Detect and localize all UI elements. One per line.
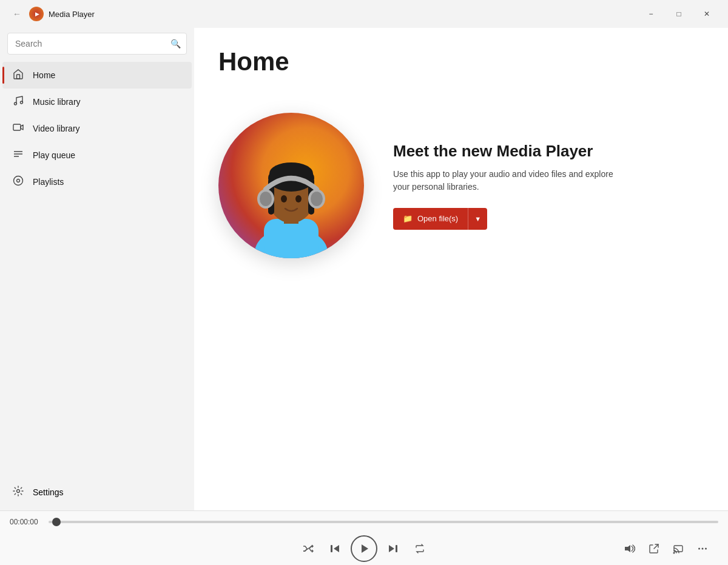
extra-controls (619, 538, 713, 560)
hero-text: Meet the new Media Player Use this app t… (393, 142, 704, 230)
shuffle-button[interactable] (297, 538, 319, 560)
open-files-group: 📁 Open file(s) ▼ (393, 208, 704, 230)
svg-line-32 (654, 544, 658, 549)
svg-rect-27 (331, 545, 332, 552)
folder-icon: 📁 (403, 214, 413, 223)
sidebar-item-playlists[interactable]: Playlists (2, 169, 192, 195)
music-label: Music library (33, 97, 81, 107)
progress-thumb (52, 518, 61, 526)
svg-point-37 (705, 548, 707, 550)
svg-rect-0 (17, 75, 20, 79)
settings-icon (12, 486, 24, 499)
chevron-down-icon: ▼ (474, 215, 481, 222)
hero-heading: Meet the new Media Player (393, 142, 704, 161)
page-title: Home (218, 47, 704, 76)
svg-point-8 (17, 179, 20, 182)
playback-controls (297, 535, 431, 562)
svg-rect-11 (264, 219, 318, 258)
window-controls: − □ ✕ (637, 4, 721, 24)
next-button[interactable] (382, 538, 404, 560)
controls-row (0, 533, 728, 565)
search-box: 🔍 (7, 33, 187, 55)
svg-point-25 (295, 195, 302, 202)
queue-icon (12, 149, 24, 162)
home-icon (12, 69, 24, 82)
svg-point-35 (698, 548, 700, 550)
svg-point-21 (260, 192, 272, 206)
svg-marker-28 (362, 544, 368, 553)
search-input[interactable] (7, 33, 187, 55)
hero-description: Use this app to play your audio and vide… (393, 168, 624, 193)
svg-point-23 (311, 192, 323, 206)
video-label: Video library (33, 124, 80, 133)
svg-marker-31 (625, 545, 630, 552)
progress-track[interactable] (49, 521, 718, 523)
back-button[interactable]: ← (7, 4, 27, 24)
queue-label: Play queue (33, 150, 75, 160)
svg-point-7 (14, 176, 23, 186)
current-time: 00:00:00 (10, 518, 41, 526)
maximize-button[interactable]: □ (665, 4, 693, 24)
sidebar-item-settings[interactable]: Settings (2, 479, 192, 506)
cast-button[interactable] (667, 538, 689, 560)
sidebar-item-home[interactable]: Home (2, 62, 192, 89)
more-options-button[interactable] (692, 538, 713, 560)
sidebar: 🔍 Home Music library (0, 28, 194, 510)
app-icon (29, 7, 44, 21)
title-bar: ← Media Player − □ ✕ (0, 0, 728, 28)
svg-rect-30 (396, 545, 397, 552)
main-layout: 🔍 Home Music library (0, 28, 728, 510)
repeat-button[interactable] (409, 538, 431, 560)
music-icon (12, 95, 24, 109)
content-area: Home (194, 28, 728, 510)
video-icon (12, 122, 24, 135)
svg-point-9 (17, 490, 20, 493)
open-files-label: Open file(s) (417, 214, 458, 223)
popout-button[interactable] (643, 538, 665, 560)
svg-point-1 (15, 102, 17, 105)
open-files-button[interactable]: 📁 Open file(s) (393, 208, 468, 230)
svg-point-34 (673, 552, 675, 554)
playlists-icon (12, 175, 24, 189)
svg-point-2 (21, 101, 23, 104)
svg-marker-29 (389, 545, 394, 552)
volume-button[interactable] (619, 538, 641, 560)
app-title: Media Player (49, 10, 637, 19)
sidebar-item-queue[interactable]: Play queue (2, 142, 192, 169)
hero-section: Meet the new Media Player Use this app t… (218, 113, 704, 258)
sidebar-item-music[interactable]: Music library (2, 89, 192, 115)
open-files-dropdown-button[interactable]: ▼ (468, 208, 487, 230)
svg-point-36 (702, 548, 704, 550)
play-button[interactable] (351, 535, 377, 562)
close-button[interactable]: ✕ (693, 4, 721, 24)
playlists-label: Playlists (33, 177, 64, 187)
svg-rect-3 (13, 124, 21, 130)
player-bar: 00:00:00 (0, 510, 728, 565)
home-label: Home (33, 70, 55, 80)
minimize-button[interactable]: − (637, 4, 665, 24)
hero-illustration (218, 113, 364, 258)
progress-area: 00:00:00 (0, 511, 728, 533)
svg-point-24 (281, 195, 287, 202)
svg-marker-26 (334, 545, 339, 552)
sidebar-item-video[interactable]: Video library (2, 115, 192, 142)
previous-button[interactable] (324, 538, 346, 560)
settings-label: Settings (33, 487, 64, 497)
